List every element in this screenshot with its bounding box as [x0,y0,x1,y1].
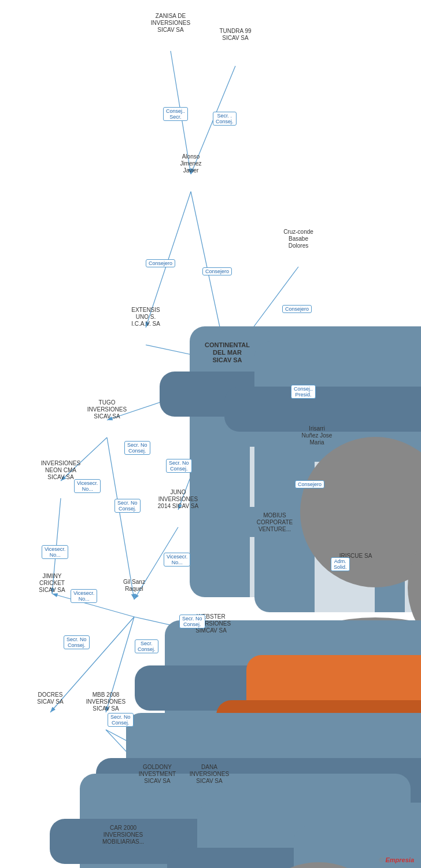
edge-label-gil_sanz-jiminy: Vicesecr. No... [71,589,97,603]
edge-label-continental-tugo: Secr. No Consej. [124,441,150,455]
edge-label-cruz-continental: Consejero [282,305,312,313]
node-tundra: TUNDRA 99 SICAV SA [209,28,261,43]
node-juno: JUNO INVERSIONES 2014 SICAV SA [152,489,204,511]
node-extensis: EXTENSIS UNO S. I.C.A.V. SA [120,307,172,329]
edge-label-alonso-extensis: Consejero [146,259,175,267]
edge-label-continental-juno: Secr. No Consej. [166,459,192,473]
edge-label-mbb2008-goldony: Secr. No Consej. [108,713,134,727]
edge-label-mobius-iriscue: Adm. Solid. [331,557,350,571]
node-dana: DANA INVERSIONES SICAV SA [183,764,235,786]
node-mobius: MOBIUS CORPORATE VENTURE... [249,512,301,534]
edge-label-zanisa-alonso: Consej.. Secr. [163,107,188,121]
edge-label-juno-gil_sanz: Vicesecr. No... [164,553,190,567]
edge-label-irisarri-continental: Consej.. Presid. [291,385,316,399]
edge-label-alonso-continental: Consejero [202,267,232,275]
node-docres: DOCRES SICAV SA [24,692,76,707]
edge-label-gil_sanz-docres: Secr. No Consej. [64,635,90,649]
node-gil_sanz: Gil Sanz Raquel [108,579,160,594]
node-alonso: Alonso Jimenez Javier [165,153,217,175]
copyright: © Empresia [379,856,414,863]
node-mbb2008: MBB 2008 INVERSIONES SICAV SA [80,692,132,713]
node-zanisa: ZANISA DE INVERSIONES SICAV SA [145,13,197,35]
node-cruz: Cruz-conde Basabe Dolores [272,229,324,251]
edge-label-tugo-inversiones_neon: Vicesecr. No... [74,479,101,493]
edge-label-tugo-gil_sanz: Secr. No Consej. [115,499,141,513]
node-car2000: CAR 2000 INVERSIONES MOBILIARIAS... [97,825,149,847]
edge-label-irisarri-mobius: Consejero [295,480,324,488]
node-continental: CONTINENTAL DEL MAR SICAV SA [201,341,253,366]
edge-label-gil_sanz-webster: Secr. No Consej. [179,615,205,628]
node-tugo: TUGO INVERSIONES SICAV SA [81,399,133,421]
node-goldony: GOLDONY INVESTMENT SICAV SA [131,764,183,786]
edge-label-tundra-alonso: Secr. . Consej. [213,112,237,126]
edge-label-gil_sanz-mbb2008: Secr. Consej. [135,639,158,653]
node-irisarri: Irisarri Nuñez Jose Maria [291,425,343,447]
edge-label-inversiones_neon-jiminy: Vicesecr. No... [42,545,68,559]
graph-container: ZANISA DE INVERSIONES SICAV SA TUNDRA 99… [0,0,421,868]
